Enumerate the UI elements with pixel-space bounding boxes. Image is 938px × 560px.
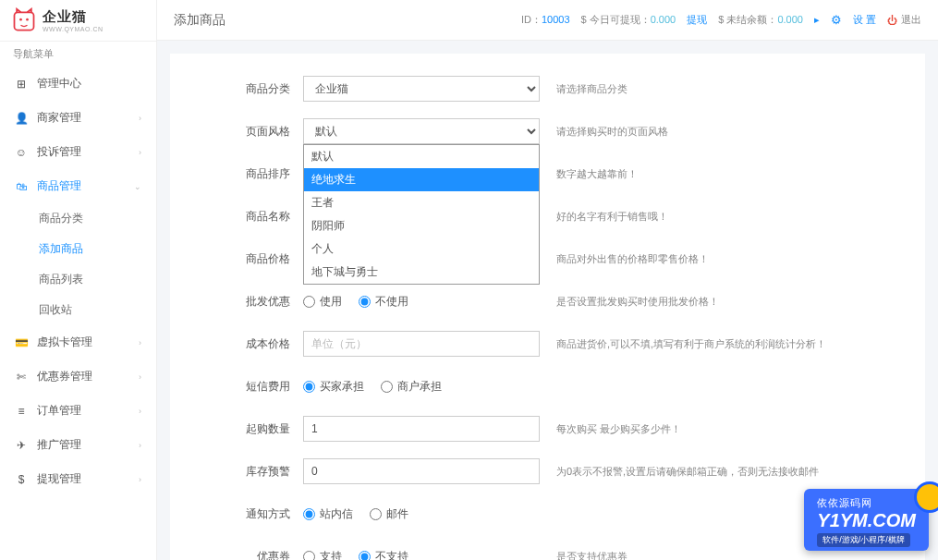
wholesale-hint: 是否设置批发购买时使用批发价格！	[556, 295, 870, 309]
sort-hint: 数字越大越靠前！	[556, 167, 870, 181]
nav-item-8[interactable]: $提现管理›	[0, 462, 156, 496]
smsfee-radio-1[interactable]: 商户承担	[381, 379, 442, 395]
subnav-item-2[interactable]: 商品列表	[0, 264, 156, 295]
topbar: 添加商品 ID：10003 $ 今日可提现：0.000 提现 $ 未结余额：0.…	[157, 0, 938, 41]
price-hint: 商品对外出售的价格即零售价格！	[556, 252, 870, 266]
nav-label: 管理中心	[37, 76, 81, 91]
nav-label: 虚拟卡管理	[37, 335, 92, 350]
user-id: ID：10003	[521, 13, 570, 27]
nav-icon: ≡	[15, 405, 28, 418]
nav-item-2[interactable]: ☺投诉管理›	[0, 135, 156, 169]
stock-label: 库存预警	[225, 464, 290, 480]
balance-link[interactable]: ▸	[814, 14, 820, 26]
form-panel: 商品分类企业猫请选择商品分类页面风格默认默认绝地求生王者阴阳师个人地下城与勇士请…	[170, 54, 925, 560]
wholesale-radio-1[interactable]: 不使用	[359, 294, 408, 310]
nav-item-0[interactable]: ⊞管理中心	[0, 67, 156, 101]
logo-icon	[11, 7, 37, 33]
style-option-5[interactable]: 地下城与勇士	[304, 261, 539, 284]
withdraw-link[interactable]: 提现	[687, 13, 707, 27]
style-option-2[interactable]: 王者	[304, 191, 539, 214]
nav-icon: 🛍	[15, 180, 28, 193]
coupon-label: 优惠券	[225, 549, 290, 561]
svg-rect-0	[15, 12, 34, 30]
nav-label: 提现管理	[37, 471, 81, 487]
style-select[interactable]: 默认	[303, 118, 540, 144]
svg-point-1	[19, 18, 22, 21]
chevron-icon: ›	[139, 475, 141, 484]
chevron-icon: ›	[139, 338, 141, 347]
subnav-item-0[interactable]: 商品分类	[0, 203, 156, 234]
nav-label: 优惠券管理	[37, 369, 92, 384]
settings-link[interactable]: 设 置	[853, 13, 876, 27]
stock-input[interactable]	[303, 458, 540, 484]
chevron-icon: ›	[139, 441, 141, 450]
chevron-icon: ⌄	[134, 182, 141, 191]
sidebar: 企业猫 WWW.QYMAO.CN 导航菜单 ⊞管理中心👤商家管理›☺投诉管理›🛍…	[0, 0, 157, 560]
style-option-4[interactable]: 个人	[304, 237, 539, 261]
nav-label: 订单管理	[37, 403, 81, 419]
nav-icon: 👤	[15, 112, 28, 125]
nav-icon: ✈	[15, 439, 28, 452]
sort-label: 商品排序	[225, 166, 290, 182]
coupon-radio-0[interactable]: 支持	[303, 549, 342, 561]
nav-label: 投诉管理	[37, 144, 81, 160]
cost-label: 成本价格	[225, 336, 290, 352]
page-title: 添加商品	[174, 12, 225, 29]
nav-item-1[interactable]: 👤商家管理›	[0, 101, 156, 135]
coupon-radio-1[interactable]: 不支持	[359, 549, 408, 561]
minbuy-hint: 每次购买 最少购买多少件！	[556, 422, 870, 436]
svg-point-2	[26, 18, 29, 21]
nav-label: 商品管理	[37, 178, 81, 194]
cost-hint: 商品进货价,可以不填,填写有利于商户系统的利润统计分析！	[556, 337, 870, 351]
chevron-icon: ›	[139, 148, 141, 157]
style-option-3[interactable]: 阴阳师	[304, 214, 539, 237]
nav-icon: ⊞	[15, 78, 28, 91]
notify-radio-0[interactable]: 站内信	[303, 506, 353, 522]
chevron-icon: ›	[139, 372, 141, 382]
unsettled-balance: $ 未结余额：0.000	[718, 13, 803, 27]
nav-icon: $	[15, 473, 28, 486]
nav-item-7[interactable]: ✈推广管理›	[0, 428, 156, 462]
name-label: 商品名称	[225, 209, 290, 225]
style-hint: 请选择购买时的页面风格	[556, 125, 870, 139]
category-label: 商品分类	[225, 81, 290, 97]
coupon-hint: 是否支持优惠券	[556, 550, 870, 561]
nav-item-3[interactable]: 🛍商品管理⌄	[0, 169, 156, 203]
style-option-1[interactable]: 绝地求生	[304, 168, 539, 191]
nav-label: 推广管理	[37, 437, 81, 453]
category-hint: 请选择商品分类	[556, 82, 870, 96]
nav-icon: ✄	[15, 371, 28, 383]
nav-item-5[interactable]: ✄优惠券管理›	[0, 359, 156, 394]
style-dropdown: 默认绝地求生王者阴阳师个人地下城与勇士	[303, 144, 540, 285]
nav-label: 商家管理	[37, 110, 81, 126]
chevron-icon: ›	[139, 407, 141, 416]
style-label: 页面风格	[225, 124, 290, 140]
gear-icon[interactable]: ⚙	[831, 13, 842, 27]
minbuy-label: 起购数量	[225, 421, 290, 437]
category-select[interactable]: 企业猫	[303, 76, 540, 102]
stock-hint: 为0表示不报警,设置后请确保邮箱正确，否则无法接收邮件	[556, 465, 870, 479]
nav-icon: ☺	[15, 146, 28, 159]
style-option-0[interactable]: 默认	[304, 145, 539, 168]
notify-radio-1[interactable]: 邮件	[370, 506, 408, 522]
wholesale-radio-0[interactable]: 使用	[303, 294, 342, 310]
subnav-item-3[interactable]: 回收站	[0, 295, 156, 325]
logo-sub: WWW.QYMAO.CN	[43, 26, 104, 32]
notify-label: 通知方式	[225, 506, 290, 522]
logo: 企业猫 WWW.QYMAO.CN	[0, 0, 156, 42]
smsfee-label: 短信费用	[225, 379, 290, 395]
smsfee-radio-0[interactable]: 买家承担	[303, 379, 364, 395]
chevron-icon: ›	[139, 114, 141, 123]
cost-input[interactable]	[303, 331, 540, 357]
nav-item-4[interactable]: 💳虚拟卡管理›	[0, 325, 156, 359]
price-label: 商品价格	[225, 251, 290, 267]
logout-link[interactable]: ⏻退出	[887, 13, 921, 27]
wholesale-label: 批发优惠	[225, 294, 290, 310]
nav-item-6[interactable]: ≡订单管理›	[0, 394, 156, 428]
nav-icon: 💳	[15, 336, 28, 349]
subnav-item-1[interactable]: 添加商品	[0, 234, 156, 264]
logo-title: 企业猫	[43, 8, 104, 26]
minbuy-input[interactable]	[303, 416, 540, 442]
name-hint: 好的名字有利于销售哦！	[556, 210, 870, 224]
nav-header: 导航菜单	[0, 42, 156, 67]
